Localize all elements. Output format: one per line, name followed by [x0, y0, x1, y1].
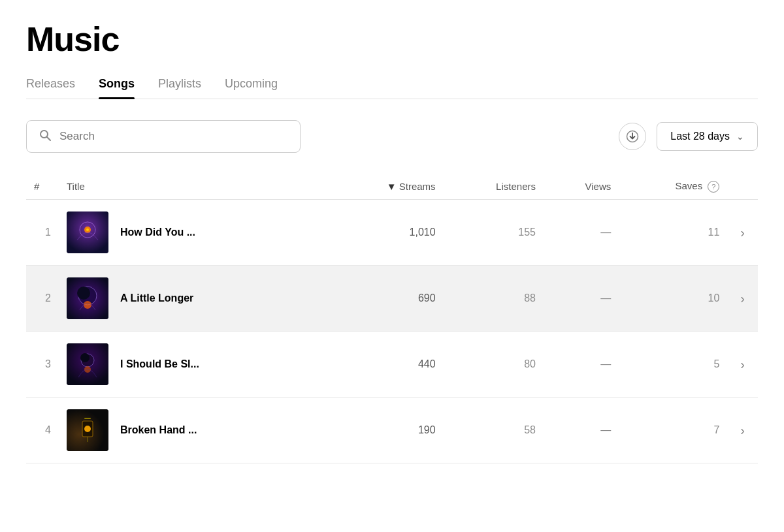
row-arrow-cell[interactable]: › [727, 266, 758, 332]
row-detail-button[interactable]: › [735, 223, 750, 243]
saves-cell: 11 [619, 200, 727, 266]
search-icon [39, 129, 52, 144]
saves-cell: 7 [619, 398, 727, 463]
row-arrow-cell[interactable]: › [727, 332, 758, 398]
song-title: Broken Hand ... [120, 424, 197, 436]
row-arrow-cell[interactable]: › [727, 200, 758, 266]
search-input[interactable] [59, 130, 288, 143]
title-cell: I Should Be Sl... [59, 332, 327, 398]
songs-table: # Title ▼Streams Listeners Views Saves ?… [26, 174, 758, 463]
rank-cell: 1 [26, 200, 59, 266]
col-header-listeners[interactable]: Listeners [444, 174, 544, 200]
rank-cell: 4 [26, 398, 59, 463]
table-row[interactable]: 3 I Should Be Sl... 440 [26, 332, 758, 398]
album-art [67, 409, 108, 451]
svg-point-11 [84, 301, 91, 309]
rank-cell: 2 [26, 266, 59, 332]
views-cell: — [544, 332, 619, 398]
page-title: Music [26, 20, 758, 59]
streams-cell: 440 [327, 332, 443, 398]
row-detail-button[interactable]: › [735, 420, 750, 441]
col-header-arrow [727, 174, 758, 200]
tab-upcoming[interactable]: Upcoming [225, 77, 278, 99]
chevron-down-icon: ⌄ [736, 131, 744, 142]
saves-cell: 5 [619, 332, 727, 398]
song-title: How Did You ... [120, 227, 195, 238]
row-detail-button[interactable]: › [735, 289, 750, 309]
album-art [67, 211, 108, 253]
streams-cell: 690 [327, 266, 443, 332]
listeners-cell: 58 [444, 398, 544, 463]
svg-point-14 [80, 353, 90, 362]
row-detail-button[interactable]: › [735, 354, 750, 375]
period-label: Last 28 days [670, 131, 730, 142]
table-row[interactable]: 2 A Little Longer 690 [26, 266, 758, 332]
sort-arrow-icon: ▼ [387, 181, 397, 192]
tab-releases[interactable]: Releases [26, 77, 75, 99]
title-cell: A Little Longer [59, 266, 327, 332]
saves-help-icon[interactable]: ? [708, 181, 719, 193]
tab-songs[interactable]: Songs [99, 77, 135, 99]
col-header-streams[interactable]: ▼Streams [327, 174, 443, 200]
streams-cell: 190 [327, 398, 443, 463]
listeners-cell: 88 [444, 266, 544, 332]
listeners-cell: 155 [444, 200, 544, 266]
col-header-saves[interactable]: Saves ? [619, 174, 727, 200]
views-cell: — [544, 200, 619, 266]
album-art [67, 277, 108, 319]
svg-point-18 [84, 426, 91, 432]
listeners-cell: 80 [444, 332, 544, 398]
title-cell: Broken Hand ... [59, 398, 327, 463]
title-cell: How Did You ... [59, 200, 327, 266]
tab-bar: Releases Songs Playlists Upcoming [26, 77, 758, 99]
svg-point-10 [77, 287, 90, 300]
svg-point-7 [86, 228, 89, 231]
col-header-num: # [26, 174, 59, 200]
table-row[interactable]: 1 How Did You ... 1,010 [26, 200, 758, 266]
row-arrow-cell[interactable]: › [727, 398, 758, 463]
album-art [67, 343, 108, 385]
streams-cell: 1,010 [327, 200, 443, 266]
period-selector[interactable]: Last 28 days ⌄ [657, 122, 758, 151]
saves-cell: 10 [619, 266, 727, 332]
col-header-title: Title [59, 174, 327, 200]
rank-cell: 3 [26, 332, 59, 398]
col-header-views[interactable]: Views [544, 174, 619, 200]
table-row[interactable]: 4 Broken Hand ... 190 [26, 398, 758, 463]
download-button[interactable] [619, 123, 646, 150]
tab-playlists[interactable]: Playlists [158, 77, 201, 99]
toolbar: Last 28 days ⌄ [26, 120, 758, 153]
views-cell: — [544, 398, 619, 463]
song-title: A Little Longer [120, 292, 193, 304]
search-box [26, 120, 301, 153]
song-title: I Should Be Sl... [120, 358, 199, 370]
svg-line-1 [47, 137, 51, 141]
views-cell: — [544, 266, 619, 332]
